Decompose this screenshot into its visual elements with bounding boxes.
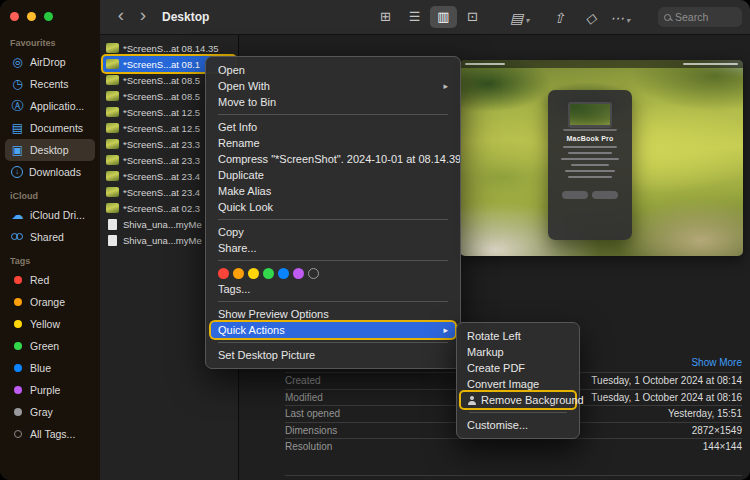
menu-item-compress[interactable]: Compress "*ScreenShot". 2024-10-01 at 08… bbox=[206, 151, 460, 167]
menu-divider bbox=[218, 260, 448, 261]
about-buttons bbox=[548, 185, 632, 203]
menu-item-tags[interactable]: Tags... bbox=[206, 281, 460, 297]
sidebar-item-desktop[interactable]: ▣ Desktop bbox=[5, 139, 95, 161]
menu-item-open[interactable]: Open bbox=[206, 62, 460, 78]
info-label: Last opened bbox=[285, 408, 340, 419]
menu-item-rename[interactable]: Rename bbox=[206, 135, 460, 151]
file-name: *ScreenS...at 23.4 bbox=[123, 171, 200, 182]
submenu-item-create-pdf[interactable]: Create PDF bbox=[457, 360, 579, 376]
column-view-button[interactable]: ▥ bbox=[430, 6, 457, 28]
sidebar-item-tag-red[interactable]: Red bbox=[5, 269, 95, 291]
menu-item-get-info[interactable]: Get Info bbox=[206, 119, 460, 135]
image-thumbnail-icon bbox=[106, 155, 119, 165]
sidebar-item-label: iCloud Dri... bbox=[30, 209, 85, 221]
sidebar-item-airdrop[interactable]: ◎ AirDrop bbox=[5, 51, 95, 73]
menu-item-show-preview-options[interactable]: Show Preview Options bbox=[206, 306, 460, 322]
zoom-button[interactable] bbox=[44, 12, 53, 21]
sidebar-item-tag-yellow[interactable]: Yellow bbox=[5, 313, 95, 335]
sidebar-item-applications[interactable]: Ⓐ Applicatio... bbox=[5, 95, 95, 117]
menu-item-move-to-bin[interactable]: Move to Bin bbox=[206, 94, 460, 110]
submenu-item-remove-background[interactable]: Remove Background bbox=[461, 392, 575, 408]
sidebar-item-label: Blue bbox=[30, 362, 51, 374]
sidebar-item-tag-gray[interactable]: Gray bbox=[5, 401, 95, 423]
menu-item-set-desktop-picture[interactable]: Set Desktop Picture bbox=[206, 347, 460, 363]
info-label: Resolution bbox=[285, 441, 332, 452]
sidebar-item-label: Desktop bbox=[30, 144, 69, 156]
sidebar-item-tag-orange[interactable]: Orange bbox=[5, 291, 95, 313]
about-button bbox=[592, 191, 618, 199]
orange-tag-swatch[interactable] bbox=[233, 268, 244, 279]
sidebar-item-all-tags[interactable]: All Tags... bbox=[5, 423, 95, 445]
file-name: *ScreenS...at 02.3 bbox=[123, 203, 200, 214]
submenu-item-convert-image[interactable]: Convert Image bbox=[457, 376, 579, 392]
sidebar-item-shared[interactable]: Shared bbox=[5, 226, 95, 248]
sidebar-item-tag-purple[interactable]: Purple bbox=[5, 379, 95, 401]
info-value: 144×144 bbox=[703, 441, 742, 452]
menu-item-label: Customise... bbox=[467, 419, 528, 431]
file-row[interactable]: *ScreenS...at 08.14.35 bbox=[103, 40, 235, 56]
submenu-arrow-icon: ▸ bbox=[443, 78, 448, 94]
document-file-icon bbox=[108, 235, 117, 246]
sidebar-item-tag-green[interactable]: Green bbox=[5, 335, 95, 357]
menu-item-quick-actions[interactable]: Quick Actions▸ bbox=[211, 322, 455, 338]
file-name: *ScreenS...at 23.3 bbox=[123, 139, 200, 150]
purple-tag-icon bbox=[14, 386, 22, 394]
info-value: Tuesday, 1 October 2024 at 08:16 bbox=[591, 392, 742, 403]
gallery-view-button[interactable]: ⊡ bbox=[459, 6, 486, 28]
tag-icon: ◇ bbox=[586, 10, 597, 26]
orange-tag-icon bbox=[14, 298, 22, 306]
sidebar-item-downloads[interactable]: ↓ Downloads bbox=[5, 161, 95, 183]
sidebar-item-tag-blue[interactable]: Blue bbox=[5, 357, 95, 379]
group-button[interactable]: ▤▾ bbox=[510, 8, 529, 28]
file-name: *ScreenS...at 08.5 bbox=[123, 75, 200, 86]
sidebar-item-label: Shared bbox=[30, 231, 64, 243]
file-name: Shiva_una...myMe bbox=[123, 219, 202, 230]
share-button[interactable]: ⇧ bbox=[550, 8, 568, 28]
green-tag-swatch[interactable] bbox=[263, 268, 274, 279]
list-view-button[interactable]: ☰ bbox=[401, 6, 428, 28]
blue-tag-swatch[interactable] bbox=[278, 268, 289, 279]
empty-tag-swatch[interactable] bbox=[308, 268, 319, 279]
person-cutout-icon bbox=[467, 396, 476, 405]
menu-item-duplicate[interactable]: Duplicate bbox=[206, 167, 460, 183]
search-field[interactable] bbox=[658, 7, 742, 27]
sidebar-item-documents[interactable]: ▤ Documents bbox=[5, 117, 95, 139]
back-button[interactable]: ‹ bbox=[112, 5, 130, 25]
toolbar: ‹ › Desktop ⊞ ☰ ▥ ⊡ ▤▾ ⇧ ◇ ⋯▾ bbox=[100, 0, 750, 35]
file-name: *ScreenS...at 08.1 bbox=[123, 59, 200, 70]
icon-view-button[interactable]: ⊞ bbox=[372, 6, 399, 28]
about-button bbox=[562, 191, 588, 199]
minimize-button[interactable] bbox=[27, 12, 36, 21]
menu-item-label: Convert Image bbox=[467, 378, 539, 390]
tag-button[interactable]: ◇ bbox=[582, 8, 600, 28]
close-button[interactable] bbox=[10, 12, 19, 21]
show-more-link[interactable]: Show More bbox=[691, 357, 742, 368]
submenu-item-rotate-left[interactable]: Rotate Left bbox=[457, 328, 579, 344]
desktop-icon: ▣ bbox=[11, 143, 24, 157]
sidebar-item-recents[interactable]: ◷ Recents bbox=[5, 73, 95, 95]
image-thumbnail-icon bbox=[106, 171, 119, 181]
yellow-tag-swatch[interactable] bbox=[248, 268, 259, 279]
spec-line bbox=[571, 164, 609, 166]
menu-item-open-with[interactable]: Open With▸ bbox=[206, 78, 460, 94]
search-input[interactable] bbox=[675, 11, 736, 23]
image-thumbnail-icon bbox=[106, 107, 119, 117]
menu-divider bbox=[218, 301, 448, 302]
menu-item-share[interactable]: Share... bbox=[206, 240, 460, 256]
submenu-item-customise[interactable]: Customise... bbox=[457, 417, 579, 433]
forward-button[interactable]: › bbox=[134, 5, 152, 25]
submenu-item-markup[interactable]: Markup bbox=[457, 344, 579, 360]
sidebar-item-icloud-drive[interactable]: ☁ iCloud Dri... bbox=[5, 204, 95, 226]
file-name: *ScreenS...at 23.3 bbox=[123, 155, 200, 166]
airdrop-icon: ◎ bbox=[11, 55, 24, 69]
menu-item-copy[interactable]: Copy bbox=[206, 224, 460, 240]
more-button[interactable]: ⋯▾ bbox=[610, 8, 630, 28]
menu-item-label: Quick Look bbox=[218, 199, 273, 215]
menu-item-label: Remove Background bbox=[481, 392, 584, 408]
menu-item-quick-look[interactable]: Quick Look bbox=[206, 199, 460, 215]
file-name: *ScreenS...at 08.14.35 bbox=[123, 43, 219, 54]
purple-tag-swatch[interactable] bbox=[293, 268, 304, 279]
cloud-icon: ☁ bbox=[11, 208, 24, 222]
red-tag-swatch[interactable] bbox=[218, 268, 229, 279]
menu-item-make-alias[interactable]: Make Alias bbox=[206, 183, 460, 199]
